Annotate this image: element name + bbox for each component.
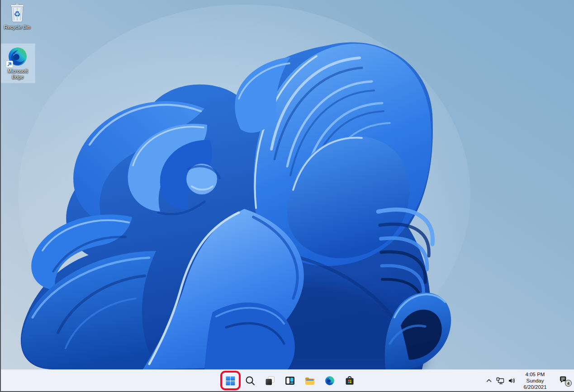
desktop-icon-label: Microsoft Edge	[0, 68, 35, 80]
start-button[interactable]	[221, 372, 239, 390]
taskbar-center-buttons	[221, 372, 359, 390]
clock-date: 6/20/2021	[518, 384, 552, 390]
store-bag-icon	[344, 375, 355, 386]
search-button[interactable]	[241, 372, 259, 390]
clock-weekday: Sunday	[518, 378, 552, 384]
network-ethernet-icon	[496, 377, 504, 385]
hidden-icons-button[interactable]	[484, 372, 494, 390]
folder-icon	[304, 375, 315, 386]
network-button[interactable]	[495, 372, 506, 390]
taskbar: 4:05 PM Sunday 6/20/2021 4	[0, 369, 574, 391]
windows-logo-icon	[225, 375, 236, 386]
clock-time: 4:05 PM	[518, 371, 552, 378]
taskbar-clock[interactable]: 4:05 PM Sunday 6/20/2021	[518, 371, 552, 390]
desktop-wallpaper: ♻ Recycle Bin	[0, 0, 574, 369]
chevron-up-icon	[485, 377, 493, 384]
task-view-button[interactable]	[261, 372, 279, 390]
windows-desktop-screen: ♻ Recycle Bin	[0, 0, 574, 392]
svg-text:♻: ♻	[14, 9, 20, 19]
task-view-icon	[265, 375, 275, 386]
widgets-button[interactable]	[281, 372, 299, 390]
screen-left-border	[0, 0, 1, 392]
volume-button[interactable]	[506, 372, 517, 390]
edge-swirl-icon	[324, 375, 335, 386]
file-explorer-button[interactable]	[301, 372, 319, 390]
notification-center-button[interactable]: 4	[557, 372, 572, 390]
recycle-bin-icon: ♻	[6, 2, 28, 24]
shortcut-arrow-icon	[6, 61, 13, 68]
store-button[interactable]	[341, 372, 359, 390]
windows-bloom-wallpaper	[0, 0, 574, 369]
notification-count-badge: 4	[565, 380, 572, 387]
desktop-icon-recycle-bin[interactable]: ♻ Recycle Bin	[0, 2, 34, 30]
widgets-icon	[285, 375, 295, 386]
desktop-icon-microsoft-edge[interactable]: Microsoft Edge	[0, 44, 35, 83]
desktop-icon-label: Recycle Bin	[0, 24, 34, 30]
speaker-volume-icon	[508, 377, 516, 384]
edge-button[interactable]	[321, 372, 339, 390]
search-icon	[245, 375, 256, 386]
